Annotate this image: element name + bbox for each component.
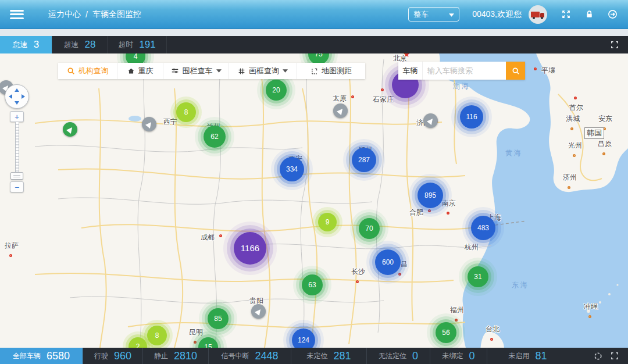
zoom-in-button[interactable]: + (10, 111, 24, 122)
cluster-31-16[interactable]: 31 (468, 266, 488, 287)
city-dot (490, 338, 493, 341)
status-value: 0 (469, 350, 474, 362)
cluster-483-10[interactable]: 483 (471, 216, 495, 240)
cluster-124-19[interactable]: 124 (292, 329, 315, 348)
status-segment-7[interactable]: 未启用81 (487, 348, 568, 364)
vehicle-marker-icon[interactable] (142, 117, 156, 131)
app-header: 运力中心 / 车辆全图监控 整车 00403,欢迎您 (0, 0, 628, 29)
caret-down-icon (283, 69, 288, 73)
caret-down-icon (449, 10, 454, 19)
status-value: 960 (114, 350, 131, 362)
cluster-8-20[interactable]: 8 (147, 326, 167, 345)
cluster-116-6[interactable]: 116 (460, 105, 483, 129)
toolbar-button-0[interactable]: 机构查询 (58, 63, 117, 79)
search-label: 车辆 (398, 62, 423, 80)
city-dot (381, 88, 384, 91)
tab-2[interactable]: 超时191 (108, 36, 167, 53)
fullscreen-icon[interactable] (611, 352, 619, 360)
vehicle-marker-icon[interactable] (251, 304, 266, 319)
toolbar-button-2[interactable]: 围栏查车 (163, 63, 229, 79)
cluster-8-2[interactable]: 8 (176, 102, 196, 122)
cluster-334-7[interactable]: 334 (280, 157, 304, 181)
zoom-slider-rail[interactable] (15, 122, 19, 173)
map-label-平壤: 平壤 (541, 66, 555, 76)
expand-icon[interactable] (561, 9, 571, 19)
map-canvas[interactable]: 北京平壤太原石家庄济南西宁兰州西安郑州成都合肥南京上海杭州南昌长沙拉萨贵阳昆明福… (0, 53, 628, 348)
cluster-85-17[interactable]: 85 (208, 308, 229, 329)
cluster-56-18[interactable]: 56 (436, 322, 456, 343)
pan-down-icon[interactable] (15, 101, 19, 105)
toolbar-button-3[interactable]: 画框查询 (229, 63, 297, 79)
status-segment-6[interactable]: 未绑定0 (430, 348, 487, 364)
map-label-东海: 东海 (512, 280, 529, 290)
toolbar-button-label: 地图测距 (322, 66, 352, 76)
toolbar-button-label: 重庆 (138, 66, 154, 76)
city-dot (570, 127, 573, 130)
vehicle-arrow-icon (66, 125, 74, 133)
map-background (0, 53, 628, 348)
status-segment-0[interactable]: 全部车辆6580 (0, 348, 83, 364)
cluster-70-12[interactable]: 70 (359, 218, 380, 239)
city-dot (588, 315, 591, 318)
map-label-光州: 光州 (568, 141, 582, 151)
cluster-287-8[interactable]: 287 (352, 148, 376, 172)
status-segment-1[interactable]: 行驶960 (83, 348, 142, 364)
city-dot (351, 95, 354, 98)
tab-0[interactable]: 怠速3 (0, 36, 52, 53)
pan-right-icon[interactable] (22, 94, 25, 99)
map-label-合肥: 合肥 (409, 208, 423, 217)
vehicle-type-dropdown[interactable]: 整车 (408, 7, 459, 22)
city-dot (455, 319, 458, 322)
map-label-首尔: 首尔 (569, 103, 583, 113)
cluster-63-15[interactable]: 63 (302, 274, 323, 295)
search-button[interactable] (506, 62, 525, 80)
city-dot (447, 212, 449, 215)
logout-icon[interactable] (608, 9, 618, 19)
map-label-黄海: 黄海 (505, 148, 523, 158)
search-input[interactable] (423, 62, 506, 80)
status-segment-2[interactable]: 静止2810 (142, 348, 208, 364)
tab-count: 3 (34, 39, 39, 51)
lock-icon[interactable] (585, 10, 594, 19)
vehicle-marker-icon[interactable] (63, 122, 77, 137)
toolbar-button-4[interactable]: 地图测距 (297, 63, 365, 79)
status-label: 无法定位 (379, 351, 406, 361)
cluster-62-4[interactable]: 62 (204, 126, 226, 148)
pan-up-icon[interactable] (15, 88, 19, 92)
status-value: 6580 (47, 350, 70, 362)
locate-icon[interactable] (594, 352, 602, 361)
cluster-600-14[interactable]: 600 (375, 249, 401, 275)
vehicle-arrow-icon (336, 106, 344, 115)
pan-control[interactable] (5, 84, 29, 109)
city-dot (9, 254, 12, 257)
cluster-895-9[interactable]: 895 (418, 183, 443, 208)
vehicle-arrow-icon (426, 116, 434, 124)
status-segment-3[interactable]: 信号中断2448 (208, 348, 291, 364)
status-segment-4[interactable]: 未定位281 (291, 348, 366, 364)
zoom-out-button[interactable]: − (10, 181, 24, 192)
tab-1[interactable]: 超速28 (52, 36, 108, 53)
cluster-9-11[interactable]: 9 (318, 213, 337, 231)
status-label: 未定位 (306, 351, 327, 361)
status-segment-5[interactable]: 无法定位0 (366, 348, 430, 364)
fullscreen-icon[interactable] (611, 36, 619, 53)
fence-icon (171, 67, 179, 75)
menu-icon[interactable] (10, 10, 24, 19)
map-label-南京: 南京 (442, 198, 456, 208)
status-value: 2810 (174, 350, 197, 362)
vehicle-marker-icon[interactable] (333, 104, 348, 118)
cluster-20-3[interactable]: 20 (266, 80, 287, 101)
status-label: 未绑定 (442, 351, 463, 361)
toolbar-button-1[interactable]: 重庆 (117, 63, 163, 79)
avatar[interactable] (529, 5, 547, 24)
zoom-slider-handle[interactable] (10, 172, 23, 180)
vehicle-marker-icon[interactable] (423, 113, 438, 128)
map-label-安东: 安东 (598, 114, 612, 124)
city-dot (219, 234, 222, 237)
map-label-台北: 台北 (486, 324, 499, 334)
pan-left-icon[interactable] (9, 94, 12, 99)
fleet-statusbar: 全部车辆6580行驶960静止2810信号中断2448未定位281无法定位0未绑… (0, 348, 628, 364)
breadcrumb-section[interactable]: 运力中心 (48, 9, 81, 20)
cluster-1166-13[interactable]: 1166 (234, 232, 266, 265)
welcome-text: 00403,欢迎您 (472, 9, 522, 20)
